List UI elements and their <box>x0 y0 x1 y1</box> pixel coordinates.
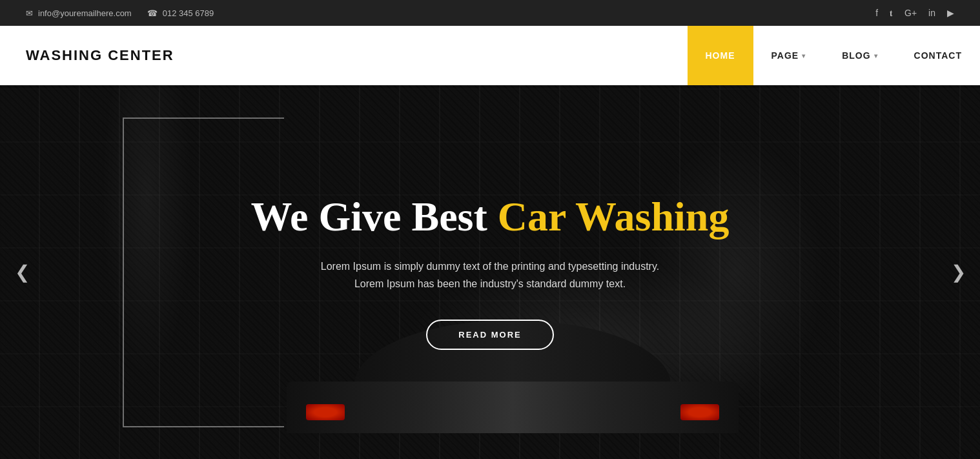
googleplus-icon[interactable]: G+ <box>904 8 917 18</box>
topbar: ✉ info@youremailhere.com ☎ 012 345 6789 … <box>0 0 980 26</box>
facebook-icon[interactable]: f <box>875 8 878 18</box>
topbar-contact-info: ✉ info@youremailhere.com ☎ 012 345 6789 <box>26 8 214 18</box>
car-tail-light-left <box>306 404 345 420</box>
chevron-left-icon: ❮ <box>15 261 30 283</box>
nav-item-home[interactable]: HOME <box>688 26 753 85</box>
hero-subtitle-line2: Lorem Ipsum has been the industry's stan… <box>354 278 626 289</box>
twitter-icon[interactable]: 𝐭 <box>890 8 893 19</box>
hero-subtitle-line1: Lorem Ipsum is simply dummy text of the … <box>321 261 659 272</box>
car-lower-body <box>287 382 739 433</box>
logo-area: WASHING CENTER <box>0 26 688 85</box>
car-tail-light-right <box>680 404 719 420</box>
site-logo: WASHING CENTER <box>26 47 174 64</box>
nav-label-home: HOME <box>706 50 735 61</box>
slider-next-button[interactable]: ❯ <box>944 258 972 287</box>
phone-icon: ☎ <box>147 8 158 18</box>
main-nav: HOME PAGE ▾ BLOG ▾ CONTACT <box>688 26 981 85</box>
topbar-phone: ☎ 012 345 6789 <box>147 8 214 18</box>
email-icon: ✉ <box>26 8 33 18</box>
hero-subtitle: Lorem Ipsum is simply dummy text of the … <box>251 258 730 292</box>
hero-title-normal: We Give Best <box>251 194 498 240</box>
chevron-down-icon: ▾ <box>874 52 878 59</box>
topbar-social: f 𝐭 G+ in ▶ <box>875 8 954 19</box>
topbar-email: ✉ info@youremailhere.com <box>26 8 132 18</box>
phone-text: 012 345 6789 <box>163 8 214 18</box>
linkedin-icon[interactable]: in <box>928 8 935 18</box>
chevron-down-icon: ▾ <box>802 52 806 59</box>
nav-label-page: PAGE <box>771 50 799 61</box>
nav-item-contact[interactable]: CONTACT <box>896 26 980 85</box>
hero-content: We Give Best Car Washing Lorem Ipsum is … <box>251 194 730 351</box>
nav-item-blog[interactable]: BLOG ▾ <box>824 26 895 85</box>
header: WASHING CENTER HOME PAGE ▾ BLOG ▾ CONTAC… <box>0 26 980 85</box>
nav-label-blog: BLOG <box>842 50 870 61</box>
chevron-right-icon: ❯ <box>951 261 966 283</box>
slider-prev-button[interactable]: ❮ <box>8 258 36 287</box>
hero-title-highlight: Car Washing <box>498 194 730 240</box>
email-text: info@youremailhere.com <box>38 8 132 18</box>
youtube-icon[interactable]: ▶ <box>947 8 954 18</box>
nav-label-contact: CONTACT <box>914 50 962 61</box>
nav-item-page[interactable]: PAGE ▾ <box>753 26 824 85</box>
hero-title: We Give Best Car Washing <box>251 194 730 240</box>
hero-read-more-button[interactable]: READ MORE <box>426 320 553 350</box>
hero-section: ❮ We Give Best Car Washing Lorem Ipsum i… <box>0 85 980 459</box>
